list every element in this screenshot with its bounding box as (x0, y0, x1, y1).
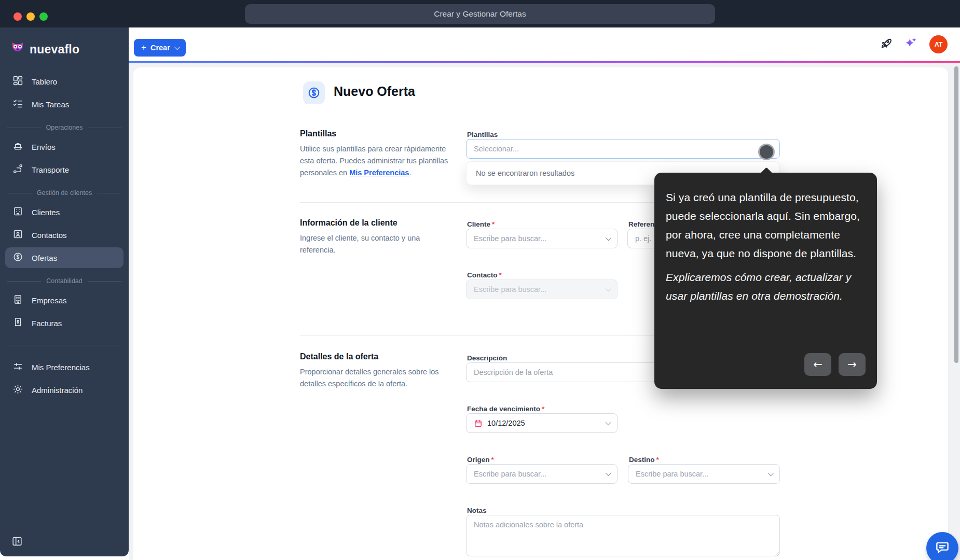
offer-badge-icon (12, 251, 23, 264)
sidebar-section-operaciones: Operaciones (7, 124, 121, 131)
calendar-icon (474, 419, 483, 428)
chevron-down-icon (606, 419, 611, 425)
minimize-window-button[interactable] (26, 12, 35, 21)
sidebar-section-gestion-clientes: Gestión de clientes (7, 189, 121, 197)
plantillas-field-label: Plantillas (467, 131, 498, 138)
destino-field-label: Destino* (629, 456, 659, 464)
sidebar-item-label: Tablero (32, 77, 57, 86)
required-asterisk: * (656, 456, 659, 464)
sidebar-item-label: Clientes (32, 208, 60, 217)
topbar: + Crear (129, 27, 960, 61)
sidebar-item-label: Envíos (32, 143, 56, 151)
contacto-combobox: Escribe para buscar... (466, 279, 618, 299)
contacto-field-label: Contacto* (467, 271, 502, 279)
tasks-icon (12, 98, 23, 110)
chat-launcher-button[interactable] (926, 532, 958, 560)
section-title-cliente: Información de la cliente (300, 218, 397, 228)
sidebar-item-mis-preferencias[interactable]: Mis Preferencias (5, 357, 124, 377)
demo-cursor-indicator (758, 144, 775, 160)
close-window-button[interactable] (13, 12, 22, 21)
brand-logo[interactable]: nuevaflo (0, 27, 129, 58)
chevron-down-icon (606, 235, 611, 241)
tooltip-text-1: Si ya creó una plantilla de presupuesto,… (666, 188, 865, 263)
empty-results-text: No se encontraron resultados (476, 169, 574, 177)
preferences-icon (12, 361, 23, 373)
sidebar: nuevaflo Tablero Mis Tareas Operaciones … (0, 27, 129, 556)
sidebar-collapse-icon[interactable] (11, 536, 23, 549)
avatar[interactable]: AT (929, 35, 948, 53)
create-button[interactable]: + Crear (134, 39, 186, 57)
sidebar-item-mis-tareas[interactable]: Mis Tareas (5, 94, 124, 115)
sidebar-item-contactos[interactable]: Contactos (5, 225, 124, 245)
section-desc-detalles: Proporcionar detalles generales sobre lo… (300, 366, 456, 390)
sidebar-section-contabilidad: Contabilidad (7, 277, 121, 285)
cliente-field-label: Cliente* (467, 220, 495, 228)
origen-field-label: Origen* (467, 456, 494, 464)
sidebar-item-administracion[interactable]: Administración (5, 380, 124, 400)
sidebar-item-label: Contactos (32, 231, 67, 240)
plantillas-select[interactable]: Seleccionar... (466, 139, 780, 159)
zoom-window-button[interactable] (39, 12, 48, 21)
dashboard-icon (12, 75, 23, 88)
brand-name: nuevaflo (30, 43, 79, 57)
clients-icon (12, 206, 23, 218)
sidebar-item-label: Ofertas (32, 254, 57, 262)
tooltip-prev-button[interactable]: ← (804, 353, 831, 376)
sidebar-item-label: Empresas (32, 296, 67, 305)
required-asterisk: * (499, 271, 502, 279)
tooltip-next-button[interactable]: → (839, 353, 866, 376)
tooltip-text-2: Explicaremos cómo crear, actualizar y us… (666, 268, 865, 305)
sidebar-item-envios[interactable]: Envíos (5, 136, 124, 157)
chevron-down-icon (606, 286, 611, 291)
sidebar-item-ofertas[interactable]: Ofertas (5, 247, 124, 268)
offer-badge-icon (303, 81, 325, 104)
section-title-plantillas: Plantillas (300, 129, 336, 138)
fecha-date-picker[interactable]: 10/12/2025 (466, 413, 618, 433)
sidebar-item-label: Mis Preferencias (32, 363, 90, 372)
notas-field-label: Notas (467, 507, 487, 514)
sparkles-icon[interactable] (904, 36, 918, 52)
sidebar-divider (7, 345, 121, 345)
origen-combobox[interactable]: Escribe para buscar... (466, 464, 618, 484)
required-asterisk: * (492, 220, 495, 228)
section-desc-plantillas: Utilice sus plantillas para crear rápida… (300, 143, 456, 179)
notas-textarea[interactable] (466, 515, 780, 556)
chevron-down-icon (174, 44, 180, 50)
descripcion-field-label: Descripción (467, 354, 507, 362)
chevron-down-icon (768, 470, 774, 476)
titlebar: Crear y Gestionar Ofertas (0, 0, 960, 27)
section-desc-cliente: Ingrese el cliente, su contacto y una re… (300, 232, 432, 256)
chat-bubble-icon (935, 539, 950, 557)
plus-icon: + (141, 43, 146, 53)
sidebar-nav: Tablero Mis Tareas Operaciones Envíos Tr… (0, 71, 129, 400)
cliente-combobox[interactable]: Escribe para buscar... (466, 229, 618, 248)
company-icon (12, 294, 23, 306)
invoice-icon (12, 317, 23, 329)
sidebar-item-label: Transporte (32, 165, 69, 174)
destino-combobox[interactable]: Escribe para buscar... (628, 464, 780, 484)
settings-gear-icon (12, 384, 23, 396)
window-title: Crear y Gestionar Ofertas (245, 4, 715, 24)
sidebar-item-label: Facturas (32, 319, 62, 328)
sidebar-item-transporte[interactable]: Transporte (5, 159, 124, 180)
scrollbar-thumb[interactable] (954, 66, 958, 363)
app-window: Crear y Gestionar Ofertas nuevaflo (0, 0, 960, 560)
contact-card-icon (12, 229, 23, 241)
required-asterisk: * (542, 405, 544, 413)
mis-preferencias-link[interactable]: Mis Preferencias (349, 169, 409, 177)
section-title-detalles: Detalles de la oferta (300, 352, 378, 361)
sidebar-item-facturas[interactable]: Facturas (5, 313, 124, 333)
sidebar-item-label: Mis Tareas (32, 100, 69, 109)
page-title: Nuevo Oferta (334, 84, 415, 99)
sidebar-item-label: Administración (32, 386, 83, 395)
rocket-icon[interactable] (879, 37, 893, 52)
ship-icon (12, 141, 23, 153)
route-icon (12, 163, 23, 176)
coach-tooltip: Si ya creó una plantilla de presupuesto,… (654, 173, 877, 389)
owl-icon (10, 41, 25, 58)
sidebar-item-tablero[interactable]: Tablero (5, 71, 124, 92)
sidebar-item-empresas[interactable]: Empresas (5, 290, 124, 311)
fecha-value: 10/12/2025 (487, 419, 525, 427)
fecha-field-label: Fecha de vencimiento* (467, 405, 544, 413)
sidebar-item-clientes[interactable]: Clientes (5, 202, 124, 222)
